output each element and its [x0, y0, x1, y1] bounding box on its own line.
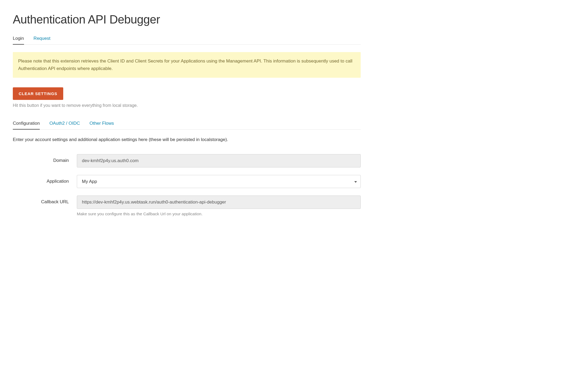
subtab-other-flows[interactable]: Other Flows — [89, 121, 114, 129]
form-row-application: Application My App — [13, 175, 361, 188]
sub-tabs: Configuration OAuth2 / OIDC Other Flows — [13, 121, 361, 130]
clear-settings-button[interactable]: Clear Settings — [13, 87, 63, 100]
subtab-oauth2-oidc[interactable]: OAuth2 / OIDC — [49, 121, 80, 129]
callback-url-label: Callback URL — [13, 196, 77, 205]
application-label: Application — [13, 175, 77, 184]
form-row-callback-url: Callback URL Make sure you configure thi… — [13, 196, 361, 216]
domain-input[interactable] — [77, 154, 361, 167]
tab-request[interactable]: Request — [34, 36, 50, 44]
main-tabs: Login Request — [13, 36, 361, 45]
callback-url-input[interactable] — [77, 196, 361, 209]
callback-url-help: Make sure you configure this as the Call… — [77, 212, 361, 216]
subtab-configuration[interactable]: Configuration — [13, 121, 40, 129]
configuration-description: Enter your account settings and addition… — [13, 137, 361, 142]
clear-settings-help: Hit this button if you want to remove ev… — [13, 103, 361, 108]
page-title: Authentication API Debugger — [13, 13, 361, 26]
application-select[interactable]: My App — [77, 175, 361, 188]
info-alert: Please note that this extension retrieve… — [13, 52, 361, 78]
tab-login[interactable]: Login — [13, 36, 24, 44]
form-row-domain: Domain — [13, 154, 361, 167]
domain-label: Domain — [13, 154, 77, 163]
